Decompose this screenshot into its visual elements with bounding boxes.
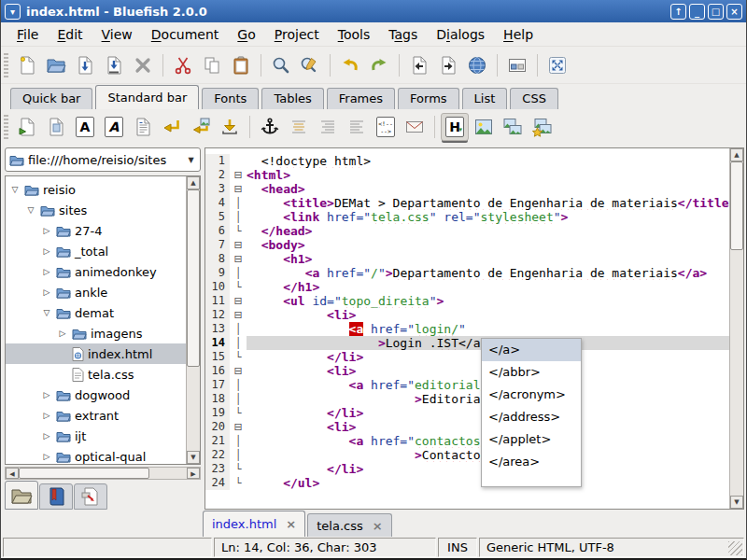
editor-scrollbar[interactable]: ▲ ▼ bbox=[729, 148, 743, 509]
menu-help[interactable]: Help bbox=[495, 25, 542, 44]
code-text[interactable]: <a href="login/" bbox=[247, 322, 729, 336]
scrollbar-thumb[interactable] bbox=[187, 189, 200, 367]
find-button[interactable] bbox=[267, 51, 295, 79]
toolbar-tab-tables[interactable]: Tables bbox=[261, 88, 323, 109]
menu-tools[interactable]: Tools bbox=[330, 25, 379, 44]
tree-item-sites[interactable]: ▽sites bbox=[6, 200, 186, 220]
autocomplete-item[interactable]: </acronym> bbox=[482, 384, 581, 406]
titlebar[interactable]: ▾ index.html - Bluefish 2.0.0 ↑ _ □ × bbox=[1, 0, 746, 22]
code-text[interactable]: <title>DEMat > Departamento de Engenhari… bbox=[247, 196, 729, 210]
fold-toggle-icon[interactable]: ⊟ bbox=[230, 182, 247, 196]
tree-item-animedonkey[interactable]: ▷animedonkey bbox=[6, 261, 186, 282]
doc-tab-index-html[interactable]: index.html× bbox=[203, 511, 305, 537]
scroll-down-icon[interactable]: ▼ bbox=[187, 451, 200, 464]
fold-toggle-icon[interactable]: ⊟ bbox=[230, 294, 247, 308]
tree-item-index-html[interactable]: index.html bbox=[6, 343, 186, 364]
menu-edit[interactable]: Edit bbox=[49, 25, 91, 44]
tree-item-dogwood[interactable]: ▷dogwood bbox=[6, 385, 186, 405]
toolbar-tab-forms[interactable]: Forms bbox=[398, 88, 459, 109]
expand-arrow-icon[interactable]: ▷ bbox=[41, 226, 52, 235]
tree-item-reisio[interactable]: ▽reisio bbox=[6, 179, 186, 200]
resize-grip[interactable] bbox=[728, 541, 742, 555]
thumbnail-button[interactable] bbox=[499, 113, 527, 141]
code-text[interactable]: <html> bbox=[247, 168, 729, 182]
find-and-replace-button[interactable] bbox=[296, 51, 324, 79]
toolbar-grip[interactable] bbox=[4, 53, 8, 77]
center-button[interactable] bbox=[285, 113, 313, 141]
expand-arrow-icon[interactable]: ▷ bbox=[41, 431, 52, 441]
collapse-arrow-icon[interactable]: ▽ bbox=[25, 205, 36, 215]
next-document-button[interactable] bbox=[434, 51, 462, 79]
fold-toggle-icon[interactable]: ⊟ bbox=[230, 238, 247, 252]
multi-thumbnail-button[interactable] bbox=[528, 113, 556, 141]
window-menu-button[interactable]: ▾ bbox=[5, 4, 21, 20]
save-as-button[interactable] bbox=[100, 51, 128, 79]
italic-button[interactable]: A bbox=[100, 113, 128, 141]
insert-image-button[interactable] bbox=[470, 113, 498, 141]
menu-document[interactable]: Document bbox=[143, 25, 228, 44]
toolbar-grip[interactable] bbox=[4, 115, 8, 139]
tree-item-imagens[interactable]: ▷imagens bbox=[6, 323, 186, 343]
code-text[interactable]: </head> bbox=[247, 224, 729, 238]
minimize-button[interactable]: _ bbox=[689, 4, 705, 20]
scrollbar-thumb[interactable] bbox=[730, 161, 743, 250]
non-breaking-space-button[interactable] bbox=[216, 113, 244, 141]
redo-button[interactable] bbox=[365, 51, 393, 79]
editor-text-area[interactable]: 1 <!doctype html>2⊟<html>3⊟ <head>4│ <ti… bbox=[205, 148, 729, 509]
expand-arrow-icon[interactable]: ▷ bbox=[41, 246, 52, 256]
fold-toggle-icon[interactable]: ⊟ bbox=[230, 252, 247, 266]
scroll-down-icon[interactable]: ▼ bbox=[730, 496, 743, 509]
scrollbar-trough[interactable] bbox=[730, 161, 743, 496]
code-text[interactable]: <!doctype html> bbox=[247, 154, 729, 168]
code-text[interactable]: </h1> bbox=[247, 280, 729, 294]
tree-horizontal-scrollbar[interactable]: ◀ ▶ bbox=[5, 467, 201, 480]
new-document-button[interactable] bbox=[13, 51, 41, 79]
close-tab-icon[interactable]: × bbox=[373, 520, 383, 532]
scroll-up-icon[interactable]: ▲ bbox=[187, 176, 200, 189]
code-text[interactable]: <ul id="topo_direita"> bbox=[247, 294, 729, 308]
code-text[interactable]: <head> bbox=[247, 182, 729, 196]
line-break-button[interactable] bbox=[158, 113, 186, 141]
menu-view[interactable]: View bbox=[93, 25, 141, 44]
show-panels-button[interactable] bbox=[503, 51, 531, 79]
scroll-up-icon[interactable]: ▲ bbox=[730, 148, 743, 161]
heading-button[interactable]: H▾ bbox=[441, 113, 469, 141]
fullscreen-button[interactable] bbox=[543, 51, 571, 79]
code-text[interactable]: <li> bbox=[247, 308, 729, 322]
paste-button[interactable] bbox=[227, 51, 255, 79]
code-text[interactable]: <link href="tela.css" rel="stylesheet"> bbox=[247, 210, 729, 224]
doc-tab-tela-css[interactable]: tela.css× bbox=[307, 513, 391, 537]
body-tag-button[interactable] bbox=[42, 113, 70, 141]
expand-arrow-icon[interactable]: ▷ bbox=[41, 287, 52, 297]
undo-button[interactable] bbox=[336, 51, 364, 79]
break-clear-button[interactable] bbox=[187, 113, 215, 141]
align-left-button[interactable] bbox=[343, 113, 371, 141]
autocomplete-item[interactable]: </area> bbox=[482, 451, 581, 473]
expand-arrow-icon[interactable]: ▷ bbox=[57, 329, 68, 338]
collapse-arrow-icon[interactable]: ▽ bbox=[41, 308, 52, 317]
sidebar-tab-file-browser[interactable] bbox=[5, 481, 38, 510]
expand-arrow-icon[interactable]: ▷ bbox=[41, 452, 52, 461]
menu-tags[interactable]: Tags bbox=[380, 25, 426, 44]
autocomplete-item[interactable]: </applet> bbox=[482, 428, 581, 451]
code-text[interactable]: <h1> bbox=[247, 252, 729, 266]
filebrowser-path-dropdown[interactable]: file:///home/reisio/sites ▼ bbox=[5, 147, 201, 172]
menu-go[interactable]: Go bbox=[229, 25, 263, 44]
fold-toggle-icon[interactable]: ⊟ bbox=[230, 168, 247, 182]
expand-arrow-icon[interactable]: ▷ bbox=[41, 267, 52, 276]
paragraph-button[interactable] bbox=[129, 113, 157, 141]
close-tab-icon[interactable]: × bbox=[286, 518, 296, 530]
tree-item-tela-css[interactable]: tela.css bbox=[6, 364, 186, 385]
tree-item--total[interactable]: ▷_total bbox=[6, 241, 186, 261]
copy-button[interactable] bbox=[198, 51, 226, 79]
scrollbar-trough[interactable] bbox=[187, 189, 200, 451]
scrollbar-trough[interactable] bbox=[19, 468, 187, 479]
expand-arrow-icon[interactable]: ▷ bbox=[41, 411, 52, 420]
toolbar-tab-list[interactable]: List bbox=[462, 88, 508, 109]
autocomplete-item[interactable]: </abbr> bbox=[482, 361, 581, 384]
expand-arrow-icon[interactable]: ▷ bbox=[41, 390, 52, 399]
toolbar-tab-css[interactable]: CSS bbox=[510, 88, 558, 109]
previous-document-button[interactable] bbox=[405, 51, 433, 79]
tree-item-ijt[interactable]: ▷ijt bbox=[6, 426, 186, 446]
scroll-right-icon[interactable]: ▶ bbox=[187, 468, 200, 479]
